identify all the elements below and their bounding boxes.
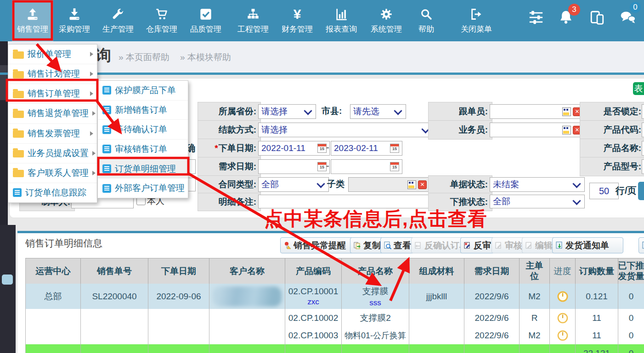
demand-date-from-input[interactable] <box>258 159 330 174</box>
cutoff-button[interactable] <box>638 237 644 253</box>
nav-production[interactable]: 生产管理 <box>97 0 139 41</box>
cell-order-qty: 0.121 <box>576 284 618 309</box>
province-select[interactable]: 请选择 <box>258 104 316 119</box>
submenu-item-external-order[interactable]: 外部客户订单管理 <box>98 179 188 198</box>
submenu-item-pending-confirm[interactable]: 等待确认订单 <box>98 120 188 140</box>
order-date-from-input[interactable]: 2022-01-11 <box>258 141 330 156</box>
payment-label: 结款方式: <box>198 120 261 140</box>
chat-badge: 0 <box>630 2 641 13</box>
submenu-item-order-detail-mgmt[interactable]: 订货单明细管理 <box>98 159 188 179</box>
follower-label: 跟单员: <box>428 102 492 121</box>
demand-date-to-input[interactable] <box>331 159 402 174</box>
table-row[interactable]: 02.CP.10003 物料01-公斤换算 2022/9/6 M2 11 0 <box>25 327 644 345</box>
edit-button[interactable]: 编辑 <box>522 237 557 253</box>
module-help-link[interactable]: » 本模块帮助 <box>180 51 231 63</box>
nav-sales[interactable]: 销售管理 <box>12 0 53 41</box>
nav-close-menu[interactable]: 关闭菜单 <box>453 0 499 41</box>
doc-status-select[interactable]: 未结案 <box>490 177 585 192</box>
alert-pin-icon <box>283 241 292 250</box>
product-code-input-fragment[interactable] <box>642 123 644 137</box>
page-size-unit-label: 行/页 <box>616 183 637 198</box>
calendar-icon[interactable] <box>390 144 399 153</box>
nav-purchase[interactable]: 采购管理 <box>54 0 95 41</box>
search-button-fragment[interactable] <box>638 182 644 200</box>
submenu-item-new-sales-order[interactable]: 新增销售订单 <box>98 101 188 120</box>
ship-notice-button[interactable]: 发货通知单 <box>552 237 623 253</box>
order-date-to-input[interactable]: 2023-02-11 <box>331 141 402 156</box>
cell-sales-order-no <box>81 309 148 327</box>
table-header-row: 运营中心 销售单号 下单日期 客户名称 产品编码 产品名称 组成材料 需求日期 … <box>25 258 644 285</box>
payment-select[interactable]: 请选择 <box>258 123 434 137</box>
product-name-label: 产品名称: <box>580 139 644 158</box>
folder-icon <box>13 71 24 78</box>
table-row[interactable]: 02.CP.10002 支撑膜2 2022/9/6 R 11 0 <box>25 309 644 327</box>
cell-product-name: 支撑膜sss <box>342 284 409 309</box>
menu-item-quotation[interactable]: 报价单管理 <box>8 45 97 64</box>
nav-engineering[interactable]: 工程管理 <box>232 0 274 41</box>
search-icon <box>419 7 433 21</box>
lock-input-fragment[interactable] <box>642 104 644 119</box>
date-range-dash: - <box>326 142 329 153</box>
view-button[interactable]: 查看 <box>380 237 416 253</box>
cell-progress <box>550 327 576 344</box>
menu-item-sales-order[interactable]: 销售订单管理 <box>8 84 97 104</box>
product-name-input-fragment[interactable] <box>642 141 644 156</box>
order-date-label: *下单日期: <box>198 139 261 158</box>
clear-icon[interactable]: ✕ <box>418 180 427 189</box>
menu-item-commission[interactable]: 业务员提成设置 <box>8 144 97 163</box>
product-code-link[interactable]: zxc <box>307 297 319 307</box>
sliders-icon[interactable] <box>526 7 546 28</box>
menu-item-order-tracking[interactable]: 订货单信息跟踪 <box>8 183 97 202</box>
subtype-input[interactable]: ✕ <box>348 177 430 192</box>
product-name-link[interactable]: sss <box>369 298 381 308</box>
page-help-link[interactable]: » 本页面帮助 <box>119 51 169 63</box>
nav-reports[interactable]: 报表查询 <box>321 0 362 41</box>
copy-button[interactable]: 复制 <box>350 237 385 253</box>
folder-icon <box>13 170 24 177</box>
cell-order-qty: 11 <box>576 309 618 327</box>
lookup-icon[interactable] <box>407 180 416 189</box>
cell-pushed-qty: 0 <box>618 284 644 309</box>
folder-icon <box>13 51 24 59</box>
menu-item-sales-invoice[interactable]: 销售发票管理 <box>8 124 97 144</box>
audit-button[interactable]: 审核 <box>491 237 526 253</box>
contract-type-select[interactable]: 全部 <box>258 177 329 192</box>
unaudit-button[interactable]: 反审 <box>460 237 496 253</box>
calendar-icon[interactable] <box>390 162 399 171</box>
nav-system[interactable]: 系统管理 <box>366 0 407 41</box>
cell-product-code: 02.CP.10002 <box>285 309 342 327</box>
abnormal-alert-button[interactable]: 销售异常提醒 <box>280 237 355 253</box>
menu-item-customer-contact[interactable]: 客户联系人管理 <box>8 163 97 183</box>
follower-input[interactable]: ✕ <box>490 104 585 119</box>
unconfirm-order-button[interactable]: 反确认订单 <box>411 237 465 253</box>
doc-icon <box>102 184 111 193</box>
lookup-icon[interactable] <box>562 107 571 116</box>
menu-item-sales-return[interactable]: 销售退货单管理 <box>8 104 97 123</box>
table-row[interactable]: 总部 SL2200040 2022-09-06 02.CP.10001zxc 支… <box>25 284 644 309</box>
submenu-item-audit-sales-order[interactable]: 审核销售订单 <box>98 140 188 159</box>
push-status-select[interactable]: 全部 <box>490 195 585 208</box>
submenu-item-film-order[interactable]: 保护膜产品下单 <box>98 81 188 101</box>
lookup-icon[interactable] <box>562 126 571 134</box>
collapsed-sidebar-strip-highlight <box>0 65 8 100</box>
table-settings-button[interactable]: 表 <box>633 82 644 95</box>
page-size-input[interactable]: 50 <box>589 183 619 199</box>
calendar-icon[interactable] <box>317 162 327 171</box>
nav-warehouse[interactable]: 仓库管理 <box>141 0 182 41</box>
view-icon <box>384 241 392 250</box>
city-select[interactable]: 请先选 <box>350 104 406 119</box>
nav-help[interactable]: 帮助 <box>408 0 445 41</box>
redacted-customer-blur <box>213 286 282 307</box>
menu-item-sales-plan[interactable]: 销售计划管理 <box>8 64 97 84</box>
product-model-input-fragment[interactable] <box>642 159 644 174</box>
cell-sales-order-no: SL2200040 <box>81 284 148 309</box>
sitemap-icon <box>246 7 260 21</box>
doc-icon <box>102 145 111 153</box>
nav-finance[interactable]: ¥ 财务管理 <box>277 0 318 41</box>
calendar-icon[interactable] <box>317 144 327 153</box>
devices-icon[interactable] <box>587 7 607 28</box>
sidebar-thumb[interactable] <box>2 275 13 285</box>
chevron-down-icon <box>304 106 312 115</box>
salesman-input[interactable]: ✕ <box>490 123 585 137</box>
nav-quality[interactable]: 品质管理 <box>185 0 226 41</box>
